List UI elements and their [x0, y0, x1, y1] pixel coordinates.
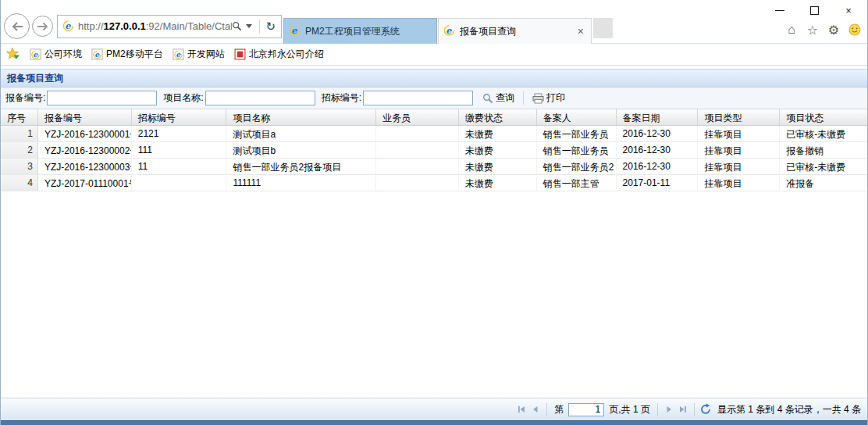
close-button[interactable]: × [831, 0, 866, 20]
cell-recorder: 销售一部主管 [537, 175, 617, 191]
column-header-project-status[interactable]: 项目状态 [780, 109, 867, 125]
maximize-button[interactable] [797, 0, 831, 20]
report-no-label: 报备编号: [5, 91, 45, 105]
last-page-button[interactable] [676, 402, 690, 416]
smiley-feedback-icon[interactable] [847, 22, 863, 38]
page-title: 报备项目查询 [1, 69, 867, 88]
column-header-salesperson[interactable]: 业务员 [376, 109, 459, 125]
cell-salesperson [376, 159, 459, 175]
next-page-icon [663, 403, 675, 416]
table-row[interactable]: 1 YZJ-2016-12300001号 2121 测试项目a 未缴费 销售一部… [1, 126, 867, 142]
cell-project-type: 挂靠项目 [698, 175, 780, 191]
refresh-icon [699, 403, 712, 416]
svg-text:e: e [65, 20, 71, 30]
column-header-project-type[interactable]: 项目类型 [698, 109, 780, 125]
table-header-row: 序号 报备编号 招标编号 项目名称 业务员 缴费状态 备案人 备案日期 项目类型… [1, 109, 867, 126]
ie-page-icon: e [30, 48, 41, 60]
first-page-button[interactable] [514, 402, 528, 416]
favorite-item-company-env[interactable]: e 公司环境 [30, 48, 82, 61]
cell-payment-status: 未缴费 [459, 126, 537, 142]
last-page-icon [677, 403, 689, 416]
page-number-input[interactable] [568, 403, 604, 416]
close-tab-icon[interactable]: × [575, 25, 586, 38]
report-no-input[interactable] [47, 91, 157, 105]
forward-button[interactable] [32, 16, 53, 37]
table-row[interactable]: 2 YZJ-2016-12300002号 111 测试项目b 未缴费 销售一部业… [1, 142, 867, 159]
cell-project-type: 挂靠项目 [698, 159, 780, 175]
cell-record-date: 2016-12-30 [617, 142, 699, 159]
svg-text:e: e [291, 25, 297, 36]
table-row[interactable]: 4 YZJ-2017-01110001号 111111 未缴费 销售一部主管 2… [1, 175, 867, 191]
favorite-label: 开发网站 [187, 48, 225, 61]
cell-bid-no: 2121 [132, 126, 227, 142]
column-header-seq[interactable]: 序号 [1, 109, 38, 125]
column-header-payment-status[interactable]: 缴费状态 [459, 109, 537, 125]
cell-seq: 2 [1, 142, 38, 159]
divider [694, 403, 695, 416]
site-favicon [234, 48, 246, 60]
settings-gear-icon[interactable]: ⚙ [826, 22, 841, 38]
refresh-page-icon[interactable]: ↻ [265, 20, 276, 34]
cell-project-status: 已审核-未缴费 [780, 126, 867, 142]
column-header-recorder[interactable]: 备案人 [537, 109, 617, 125]
back-button[interactable] [4, 13, 30, 39]
tab-bar: e PM2工程项目管理系统 e 报备项目查询 × [283, 18, 613, 44]
new-tab-button[interactable] [593, 18, 613, 38]
cell-payment-status: 未缴费 [459, 142, 537, 159]
cell-project-type: 挂靠项目 [698, 142, 780, 159]
cell-bid-no [132, 175, 227, 191]
paging-status-text: 显示第 1 条到 4 条记录，一共 4 条 [717, 403, 861, 416]
minimize-button[interactable] [763, 0, 797, 20]
column-header-bid-no[interactable]: 招标编号 [132, 109, 227, 125]
project-name-input[interactable] [205, 91, 315, 105]
tab-title: PM2工程项目管理系统 [305, 25, 432, 38]
cell-seq: 3 [1, 159, 38, 175]
cell-seq: 4 [1, 175, 38, 191]
next-page-button[interactable] [662, 402, 676, 416]
page-label-suffix: 页,共 1 页 [609, 403, 650, 416]
column-header-project-name[interactable]: 项目名称 [226, 109, 376, 125]
ie-favicon: e [289, 24, 301, 38]
svg-text:e: e [94, 50, 100, 59]
address-bar[interactable]: e http://127.0.0.1:92/Main/Table/Ctal ↻ [57, 15, 282, 38]
cell-seq: 1 [1, 126, 38, 142]
cell-report-no: YZJ-2016-12300002号 [38, 142, 132, 159]
navigation-bar: e http://127.0.0.1:92/Main/Table/Ctal ↻ [4, 13, 282, 39]
svg-text:e: e [176, 50, 181, 59]
bid-no-input[interactable] [363, 91, 473, 105]
refresh-grid-button[interactable] [699, 402, 713, 416]
cell-project-name: 测试项目a [226, 126, 376, 142]
cell-recorder: 销售一部业务员2 [537, 159, 617, 175]
tab-report-query[interactable]: e 报备项目查询 × [438, 18, 592, 44]
favorites-star-icon[interactable]: ☆ [805, 22, 820, 38]
favorite-item-bangyong-intro[interactable]: 北京邦永公司介绍 [234, 48, 324, 61]
bid-no-label: 招标编号: [322, 91, 361, 105]
query-button[interactable]: 查询 [479, 90, 518, 106]
cell-record-date: 2017-01-11 [617, 175, 699, 191]
table-row[interactable]: 3 YZJ-2016-12300003号 11 销售一部业务员2报备项目 未缴费… [1, 159, 867, 175]
tab-pm2-system[interactable]: e PM2工程项目管理系统 [283, 18, 437, 44]
favorite-item-pm2-mobile[interactable]: e PM2移动平台 [91, 48, 163, 61]
home-icon[interactable]: ⌂ [784, 22, 799, 38]
cell-project-name: 111111 [226, 175, 376, 191]
browser-action-icons: ⌂ ☆ ⚙ [784, 22, 863, 38]
cell-project-status: 报备撤销 [780, 142, 867, 159]
cell-payment-status: 未缴费 [459, 175, 537, 191]
minimize-icon [775, 10, 784, 11]
favorite-item-dev-site[interactable]: e 开发网站 [173, 48, 225, 61]
column-header-record-date[interactable]: 备案日期 [617, 109, 699, 125]
print-button[interactable]: 打印 [529, 90, 568, 106]
prev-page-button[interactable] [528, 402, 542, 416]
column-header-report-no[interactable]: 报备编号 [38, 109, 132, 125]
window-bottom-border [1, 420, 867, 425]
cell-bid-no: 111 [132, 142, 227, 159]
ie-logo-icon: e [62, 20, 74, 34]
add-favorite-icon[interactable] [5, 47, 20, 62]
cell-report-no: YZJ-2016-12300001号 [38, 126, 132, 142]
dropdown-caret-icon[interactable] [246, 24, 252, 28]
cell-record-date: 2016-12-30 [617, 159, 699, 175]
search-icon[interactable] [232, 21, 242, 31]
cell-project-status: 准报备 [780, 175, 867, 191]
query-button-label: 查询 [496, 91, 514, 105]
cell-report-no: YZJ-2017-01110001号 [38, 175, 132, 191]
